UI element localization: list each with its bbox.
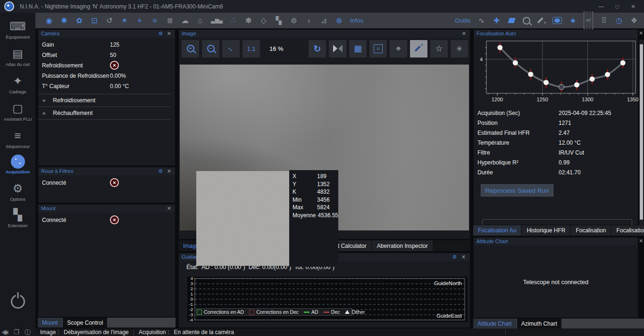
horizontal-scrollbar[interactable] — [482, 219, 632, 226]
autofocus-icon[interactable]: AF — [584, 12, 593, 29]
sidebar-item-extension[interactable]: ▚ Extension — [0, 208, 35, 228]
svg-text:1300: 1300 — [582, 97, 593, 102]
tab-mount[interactable]: Mount — [38, 318, 62, 328]
tab-focalisation[interactable]: Focalisation — [571, 225, 611, 236]
rotator-icon[interactable]: ↺ — [105, 13, 114, 28]
flat-frame-icon[interactable]: ⊿ — [320, 13, 328, 28]
close-icon[interactable]: ✕ — [167, 31, 171, 37]
platesolve-button[interactable]: ⠶ — [369, 40, 387, 57]
sidebar-item-equipement[interactable]: ⌨ Équipement — [0, 19, 35, 40]
vertical-scrollbar[interactable] — [639, 40, 644, 225]
tab-scope-control[interactable]: Scope Control — [63, 318, 107, 328]
red-line-icon — [324, 311, 329, 313]
safety-monitor-icon[interactable]: ◇ — [259, 13, 268, 28]
legend-dither[interactable]: Dither — [345, 309, 365, 315]
flat-panel-icon[interactable]: ✽ — [244, 13, 253, 28]
red-square-icon — [249, 310, 254, 315]
tab-historique-hfr[interactable]: Historique HFR — [522, 225, 570, 236]
history-icon[interactable]: ◷ — [615, 13, 623, 28]
star-annotation-button[interactable]: ☆ — [430, 40, 448, 57]
sidebar-collapse-button[interactable]: << — [2, 329, 10, 335]
gear-icon[interactable]: ⚙ — [158, 168, 163, 174]
pixel-min-label: Min — [293, 197, 317, 205]
gear-icon[interactable]: ⚙ — [452, 254, 457, 260]
legend-ad[interactable]: AD — [304, 309, 318, 315]
tab-azimuth-chart[interactable]: Azimuth Chart — [517, 319, 561, 328]
close-icon[interactable]: ✕ — [167, 168, 171, 174]
star-frame-icon[interactable]: ❖ — [630, 13, 638, 28]
parallelogram-icon[interactable] — [507, 18, 516, 23]
cooling-expander[interactable]: ▶ Refroidissement — [38, 94, 170, 107]
maximize-button[interactable]: □ — [609, 1, 625, 12]
documentation-button[interactable]: ❐ — [14, 328, 19, 336]
sidebar-item-options[interactable]: ⚙ Options — [0, 181, 35, 202]
about-info-button[interactable]: ⓘ — [25, 328, 31, 336]
crosshair-button[interactable]: ⌖ — [390, 40, 407, 57]
connections-icon[interactable]: ∴ — [229, 13, 238, 28]
plugin-icon[interactable]: ▚ — [275, 13, 283, 28]
autostretch-rotate-button[interactable]: ↻ — [309, 40, 326, 57]
dome-icon[interactable]: ⌂ — [196, 13, 204, 28]
grid-overlay-button[interactable]: ▦ — [349, 40, 367, 57]
sequencer-icon: ≡ — [0, 129, 35, 144]
sidebar-item-acquisition[interactable]: Acquisition — [0, 154, 35, 174]
zoom-in-button[interactable]: + — [182, 40, 199, 57]
plus-cross-icon[interactable]: ✚ — [492, 13, 501, 28]
telescope-icon[interactable]: ✶ — [120, 13, 129, 28]
scrollbar-thumb[interactable] — [640, 44, 643, 220]
search-icon[interactable] — [522, 17, 531, 25]
filterwheel-icon[interactable]: ✿ — [75, 13, 84, 28]
zoom-out-button[interactable]: − — [202, 40, 219, 57]
sidebar-item-assistant-plu[interactable]: ▢ Assistant PLU — [0, 101, 35, 122]
warming-expander[interactable]: ▶ Réchauffement — [38, 107, 170, 120]
close-button[interactable]: ✕ — [625, 1, 641, 12]
focuser-icon[interactable]: ⊡ — [90, 13, 99, 28]
reprocess-saved-run-button[interactable]: Reprocess Saved Run — [481, 184, 553, 197]
zoom-out-icon: − — [207, 45, 215, 52]
outils-label[interactable]: Outils — [455, 17, 470, 24]
star-detection-button[interactable] — [410, 40, 427, 57]
tab-focalisation-manuelle[interactable]: Focalisation Ma — [611, 225, 644, 236]
close-icon[interactable]: ✕ — [462, 31, 466, 37]
lens-icon[interactable]: ⊚ — [290, 13, 298, 28]
dots-grid-icon[interactable]: ⠿ — [600, 13, 608, 28]
infos-label[interactable]: Infos — [350, 17, 363, 24]
planet-icon[interactable]: ♁ — [305, 13, 313, 28]
close-icon[interactable]: ✕ — [639, 30, 643, 36]
close-icon[interactable]: ✕ — [461, 254, 466, 260]
sliders-icon[interactable]: ≣ — [166, 13, 174, 28]
camera-icon[interactable]: ◉ — [45, 13, 53, 28]
nina-logo-icon — [4, 1, 14, 11]
minimize-button[interactable]: — — [593, 1, 609, 12]
legend-corrections-dec[interactable]: Corrections en Dec — [249, 309, 299, 315]
close-icon[interactable]: ✕ — [167, 205, 171, 212]
af-info-row: Position1271 — [477, 120, 636, 130]
sidebar-item-atlas[interactable]: ▤ Atlas du ciel — [0, 47, 35, 67]
legend-corrections-ad[interactable]: Corrections en AD — [197, 309, 244, 315]
wand-icon[interactable] — [537, 17, 546, 25]
infos-icon[interactable]: ⊛ — [335, 13, 343, 28]
legend-dec[interactable]: Dec — [324, 309, 340, 315]
power-button[interactable] — [0, 295, 35, 309]
sequence-icon[interactable]: ≡ — [151, 13, 159, 28]
region-select-icon[interactable] — [552, 17, 562, 24]
guider-assistant-icon[interactable]: ∿ — [477, 13, 485, 28]
sidebar-item-sequenceur[interactable]: ≡ Séquenceur — [0, 129, 35, 149]
weather-icon[interactable]: ☁ — [181, 13, 189, 28]
star-icon[interactable]: ★ — [569, 13, 577, 28]
gear-icon[interactable]: ⚙ — [158, 31, 163, 37]
close-icon[interactable]: ✕ — [639, 238, 643, 244]
flip-icon — [333, 45, 343, 52]
tab-focalisation-auto[interactable]: Focalisation Au — [473, 225, 521, 236]
bahtinov-button[interactable]: ✳ — [451, 40, 468, 57]
zoom-one-to-one-button[interactable]: 1:1 — [243, 40, 260, 57]
flip-button[interactable] — [329, 40, 346, 57]
zoom-fit-button[interactable]: ↔ — [222, 40, 240, 57]
statistics-icon[interactable]: ▃▆▄ — [211, 13, 223, 28]
sidebar-item-cadrage[interactable]: ✦ Cadrage — [0, 74, 35, 94]
tab-aberration-inspector[interactable]: Aberration Inspector — [372, 240, 433, 251]
guider-icon[interactable]: ⌖ — [135, 13, 144, 28]
svg-text:1350: 1350 — [627, 97, 638, 102]
tab-altitude-chart[interactable]: Altitude Chart — [473, 319, 516, 328]
shutter-icon[interactable]: ✺ — [60, 13, 68, 28]
